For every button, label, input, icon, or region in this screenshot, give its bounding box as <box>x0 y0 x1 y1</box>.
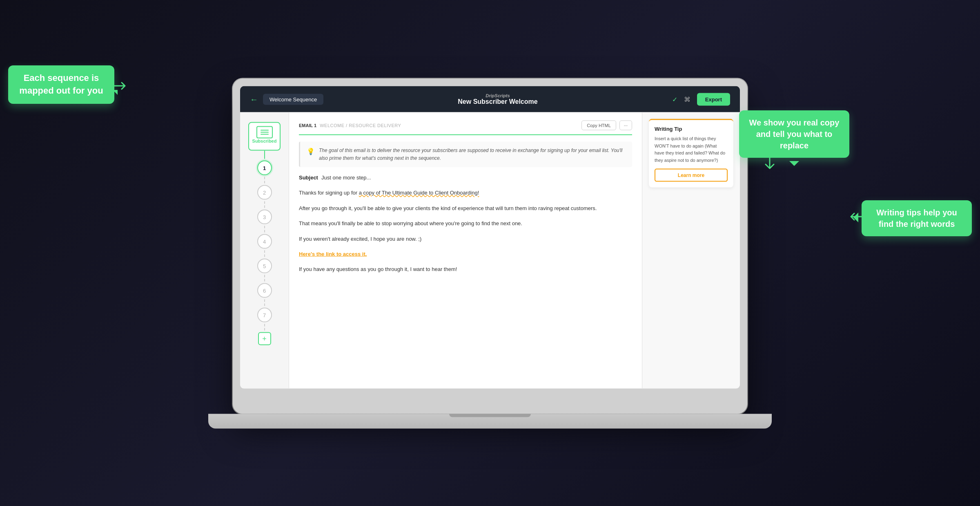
add-step-button[interactable]: + <box>258 332 271 345</box>
email-para-5: Here's the link to access it. <box>299 249 632 259</box>
export-button[interactable]: Export <box>697 93 730 105</box>
right-panel: Writing Tip Insert a quick list of thing… <box>642 112 740 389</box>
sidebar-step-3[interactable]: 3 <box>257 208 272 226</box>
step-dot-line-3 <box>264 226 265 233</box>
subject-value: Just one more step... <box>321 175 371 181</box>
nav-actions: ✓ ⌘ Export <box>672 93 730 105</box>
page-title: New Subscriber Welcome <box>458 98 537 105</box>
goal-text: The goal of this email is to deliver the… <box>319 147 626 162</box>
goal-icon: 💡 <box>307 148 315 162</box>
app-container: ← Welcome Sequence DripScripts New Subsc… <box>240 86 740 389</box>
icon-lines <box>261 130 269 135</box>
email-para-2: After you go through it, you'll be able … <box>299 203 632 213</box>
sidebar-step-5[interactable]: 5 <box>257 257 272 275</box>
step-dot-line-5 <box>264 275 265 282</box>
sequence-label[interactable]: Welcome Sequence <box>263 94 323 105</box>
subject-label: Subject <box>299 175 318 181</box>
laptop-bottom <box>208 414 772 429</box>
step-circle-7[interactable]: 7 <box>257 308 272 322</box>
more-options-button[interactable]: ··· <box>619 121 632 130</box>
step-dot-line-6 <box>264 300 265 306</box>
step-circle-6[interactable]: 6 <box>257 283 272 298</box>
learn-more-button[interactable]: Learn more <box>655 169 728 182</box>
email-para-1: Thanks for signing up for a copy of The … <box>299 188 632 197</box>
subscribed-tag: Subscribed <box>248 122 281 151</box>
email-number: EMAIL 1 <box>299 123 316 128</box>
email-panel: EMAIL 1 WELCOME / RESOURCE DELIVERY Copy… <box>289 112 642 389</box>
sidebar-step-7[interactable]: 7 <box>257 306 272 324</box>
sidebar-step-6[interactable]: 6 <box>257 282 272 300</box>
nav-center: DripScripts New Subscriber Welcome <box>323 93 672 105</box>
brand-name: DripScripts <box>323 93 672 98</box>
step-circle-2[interactable]: 2 <box>257 185 272 200</box>
copy-html-button[interactable]: Copy HTML <box>581 121 616 130</box>
icon-line-1 <box>261 130 269 131</box>
sidebar-connector-top <box>264 151 265 159</box>
email-type: WELCOME / RESOURCE DELIVERY <box>320 123 401 128</box>
email-goal-box: 💡 The goal of this email is to deliver t… <box>299 142 632 167</box>
highlighted-text: a copy of The Ultimate Guide to Client O… <box>359 190 479 196</box>
share-icon[interactable]: ⌘ <box>684 95 690 103</box>
writing-tip-title: Writing Tip <box>655 126 728 132</box>
icon-line-2 <box>261 132 269 133</box>
callout-copy: We show you real copy and tell you what … <box>739 110 849 158</box>
icon-line-3 <box>261 134 269 135</box>
back-button[interactable]: ← <box>250 94 258 104</box>
subject-row: Subject Just one more step... <box>299 175 632 181</box>
callout-sequence: Each sequence is mapped out for you <box>8 65 114 104</box>
check-icon[interactable]: ✓ <box>672 95 677 103</box>
step-circle-5[interactable]: 5 <box>257 259 272 273</box>
email-header-row: EMAIL 1 WELCOME / RESOURCE DELIVERY Copy… <box>299 121 632 135</box>
email-para-3: That means you'll finally be able to sto… <box>299 219 632 228</box>
step-dot-line-2 <box>264 202 265 208</box>
laptop-outer: ← Welcome Sequence DripScripts New Subsc… <box>233 79 747 414</box>
email-icon <box>256 126 273 139</box>
callout-tips: Writing tips help you find the right wor… <box>862 200 972 236</box>
access-link[interactable]: Here's the link to access it. <box>299 251 367 257</box>
step-circle-4[interactable]: 4 <box>257 234 272 249</box>
step-dot-line-7 <box>264 324 265 331</box>
email-para-4: If you weren't already excited, I hope y… <box>299 234 632 243</box>
writing-tip-card: Writing Tip Insert a quick list of thing… <box>649 119 733 188</box>
sidebar-step-4[interactable]: 4 <box>257 233 272 251</box>
scene: ← Welcome Sequence DripScripts New Subsc… <box>0 0 980 506</box>
step-dot-line-1 <box>264 177 265 184</box>
step-circle-1[interactable]: 1 <box>257 161 272 175</box>
top-nav: ← Welcome Sequence DripScripts New Subsc… <box>240 86 740 112</box>
sidebar: Subscribed 1 2 <box>240 112 289 389</box>
email-body: Thanks for signing up for a copy of The … <box>299 188 632 274</box>
email-para-6: If you have any questions as you go thro… <box>299 264 632 274</box>
sidebar-step-1[interactable]: 1 <box>257 159 272 177</box>
main-content: Subscribed 1 2 <box>240 112 740 389</box>
subscribed-label: Subscribed <box>252 139 277 143</box>
step-dot-line-4 <box>264 251 265 257</box>
sidebar-step-2[interactable]: 2 <box>257 184 272 202</box>
laptop-screen-bezel: ← Welcome Sequence DripScripts New Subsc… <box>240 86 740 389</box>
email-actions: Copy HTML ··· <box>581 121 632 130</box>
writing-tip-text: Insert a quick list of things they WON'T… <box>655 135 728 164</box>
step-circle-3[interactable]: 3 <box>257 210 272 224</box>
